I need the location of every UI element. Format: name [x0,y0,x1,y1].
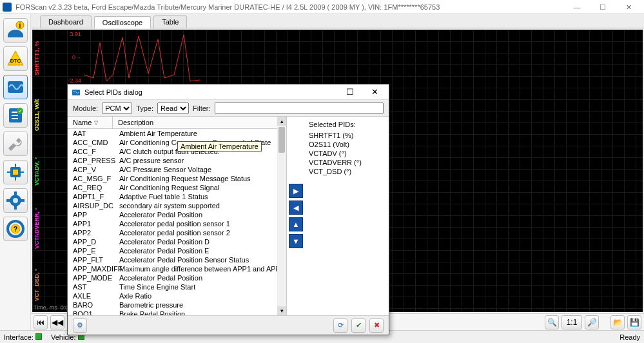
tab-dashboard[interactable]: Dashboard [40,15,92,28]
pid-row[interactable]: AC_MSG_FAir Conditioning Request Message… [68,174,286,183]
pid-desc: Brake Pedal Position [118,310,286,315]
pid-desc: secondary air system supported [118,202,286,210]
pid-row[interactable]: AC_REQAir Conditioning Request Signal [68,183,286,192]
dialog-options-button[interactable]: ⚙ [73,318,87,333]
dialog-maximize-button[interactable]: ☐ [340,87,360,97]
pid-row[interactable]: ADPT1_FAdaptive Fuel table 1 Status [68,192,286,201]
close-button[interactable]: ✕ [616,0,641,14]
selected-pid-item[interactable]: VCTADVERR (°) [309,158,385,167]
type-select[interactable]: Read [157,103,189,114]
selected-pid-item[interactable]: O2S11 (Volt) [309,140,385,149]
vehicle-info-button[interactable]: i [3,18,28,43]
pid-row[interactable]: APPAccelerator Pedal Position [68,210,286,219]
scroll-up-button[interactable]: ▴ [277,117,286,126]
filter-label: Filter: [193,104,211,112]
pid-name: APP_E [68,247,118,255]
help-button[interactable]: ? [3,217,28,241]
tab-oscilloscope[interactable]: Oscilloscope [94,16,151,28]
dialog-title: Select PIDs dialog [84,88,142,96]
pid-name: BOO1 [68,310,118,315]
dialog-icon [72,88,81,97]
pid-row[interactable]: AXLEAxle Ratio [68,291,286,300]
pid-row[interactable]: ACP_PRESSA/C pressure sensor [68,156,286,165]
pid-name: AAT [68,130,118,137]
pid-row[interactable]: APP_FLTAccelerator Pedal Position Sensor… [68,255,286,264]
pid-row[interactable]: ASTTime Since Engine Start [68,282,286,291]
dialog-close-button[interactable]: ✕ [364,87,385,97]
module-select[interactable]: PCM [102,103,132,114]
selected-pids-title: Selected PIDs: [309,121,385,128]
car-info-icon: i [6,21,25,40]
pid-list-scrollbar[interactable]: ▴ ▾ [277,117,286,315]
settings-button[interactable] [3,188,28,213]
pid-name: AC_REQ [68,184,118,191]
select-pids-dialog: Select PIDs dialog ☐ ✕ Module: PCM Type:… [67,84,389,335]
dtc-button[interactable]: DTC [3,46,28,71]
pid-desc: Time Since Engine Start [118,283,286,291]
chip-icon [6,162,25,182]
dialog-ok-button[interactable]: ✔ [351,318,366,333]
dialog-refresh-button[interactable]: ⟳ [333,318,347,333]
selected-pid-item[interactable]: SHRTFT1 (%) [309,131,385,140]
wave-icon [6,77,25,97]
config-button[interactable] [3,160,28,184]
move-up-button[interactable]: ▲ [289,217,303,231]
selected-pid-item[interactable]: VCT_DSD (°) [309,167,385,176]
left-toolbar: i DTC ✓ ? [0,14,31,330]
pid-name: APP1 [68,220,118,228]
svg-rect-8 [13,170,18,175]
status-interface-label: Interface: [4,333,34,341]
pid-name: AIRSUP_DC [68,202,118,210]
type-label: Type: [136,104,153,112]
col-desc-header[interactable]: Description [113,117,286,128]
pid-row[interactable]: ACP_VA/C Pressure Sensor Voltage [68,165,286,174]
save-button[interactable]: 💾 [627,315,641,329]
pid-desc: Ambient Air Temperature [118,130,286,137]
sort-indicator-icon: ▽ [94,120,98,126]
seek-back-button[interactable]: ◀◀ [50,315,64,329]
zoom-in-button[interactable]: 🔍 [545,315,559,329]
pid-row[interactable]: AATAmbient Air Temperature [68,129,286,138]
zoom-out-button[interactable]: 🔎 [585,315,599,329]
pid-desc: Accelerator pedal position sensor 2 [118,229,286,237]
pid-tooltip: Ambient Air Temperature [177,141,262,152]
pid-row[interactable]: APP1Accelerator pedal position sensor 1 [68,219,286,228]
pid-desc: Accelerator Pedal Position [118,211,286,219]
dialog-footer: ⚙ ⟳ ✔ ✖ [68,315,389,335]
pid-name: APP [68,211,118,219]
dialog-filter-toolbar: Module: PCM Type: Read Filter: [68,100,389,117]
remove-pid-button[interactable]: ◀ [289,201,303,215]
window-title: FORScan v2.3.23 beta, Ford Escape/Mazda … [15,3,440,11]
filter-input[interactable] [215,103,384,114]
service-button[interactable] [3,132,28,156]
pid-row[interactable]: BAROBarometric pressure [68,300,286,309]
pid-row[interactable]: APP_EAccelerator Pedal Position E [68,246,286,255]
pid-name: AST [68,283,118,291]
pid-row[interactable]: APP_MAXDIFFMaximum angle difference betw… [68,264,286,273]
col-name-header[interactable]: Name▽ [68,117,113,128]
pid-row[interactable]: AIRSUP_DCsecondary air system supported [68,201,286,210]
axis-label: VCTADVERR, ° [34,206,43,250]
zoom-ratio-button[interactable]: 1:1 [561,315,582,329]
dtc-warning-icon: DTC [6,49,25,68]
open-button[interactable]: 📂 [610,315,625,329]
pid-row[interactable]: APP_MODEAccelerator Pedal Position [68,273,286,282]
minimize-button[interactable]: — [564,0,590,14]
svg-rect-15 [14,191,17,195]
tests-button[interactable]: ✓ [3,103,28,128]
selected-pid-item[interactable]: VCTADV (°) [309,149,385,158]
dialog-cancel-button[interactable]: ✖ [369,318,384,333]
scroll-down-button[interactable]: ▾ [277,306,286,315]
scroll-thumb[interactable] [278,127,285,153]
tab-table[interactable]: Table [153,15,187,28]
pid-row[interactable]: APP2Accelerator pedal position sensor 2 [68,228,286,237]
axis-label: VCT_DSD, ° [34,263,43,307]
pid-row[interactable]: BOO1Brake Pedal Position [68,309,286,315]
dialog-titlebar[interactable]: Select PIDs dialog ☐ ✕ [68,84,389,100]
move-down-button[interactable]: ▼ [289,234,303,248]
pid-row[interactable]: APP_DAccelerator Pedal Position D [68,237,286,246]
oscilloscope-button[interactable] [3,75,28,99]
maximize-button[interactable]: ☐ [590,0,616,14]
add-pid-button[interactable]: ▶ [289,184,303,198]
seek-start-button[interactable]: ⏮ [34,315,48,329]
